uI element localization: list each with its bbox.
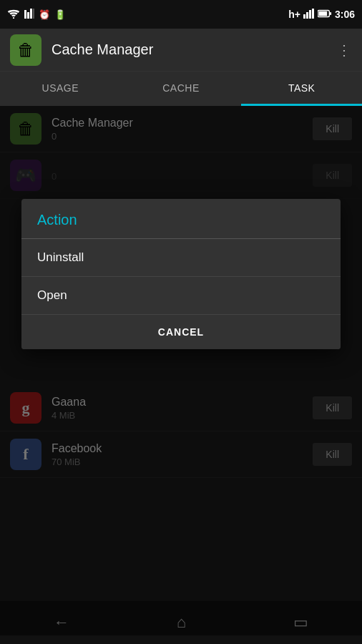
battery-low-icon: 🔋 xyxy=(54,9,66,20)
app-bar-icon: 🗑 xyxy=(10,34,41,66)
status-left-icons: ⏰ 🔋 xyxy=(7,9,66,21)
bars-icon xyxy=(24,9,34,21)
overflow-menu-icon[interactable]: ⋮ xyxy=(337,42,352,59)
tabs-bar: Usage Cache Task xyxy=(0,72,362,106)
app-bar: 🗑 Cache Manager ⋮ xyxy=(0,29,362,72)
signal-icon xyxy=(303,9,315,21)
action-dialog: Action Uninstall Open CANCEL xyxy=(21,199,341,349)
app-bar-title: Cache Manager xyxy=(52,42,337,58)
svg-rect-1 xyxy=(24,10,26,19)
svg-rect-7 xyxy=(309,10,311,19)
svg-point-0 xyxy=(13,16,14,18)
wifi-icon xyxy=(7,9,20,21)
tab-cache[interactable]: Cache xyxy=(121,72,242,106)
dialog-uninstall-item[interactable]: Uninstall xyxy=(21,239,341,277)
svg-rect-6 xyxy=(306,12,308,19)
svg-rect-8 xyxy=(312,9,314,19)
dialog-overlay xyxy=(0,106,362,635)
tab-usage[interactable]: Usage xyxy=(0,72,121,106)
dialog-title: Action xyxy=(21,199,341,239)
dialog-open-item[interactable]: Open xyxy=(21,277,341,315)
svg-rect-11 xyxy=(318,11,327,16)
content-area: 🗑 Cache Manager 0 Kill 🎮 0 Kill g Gaana … xyxy=(0,106,362,635)
network-type: h+ xyxy=(288,9,300,20)
svg-rect-10 xyxy=(330,12,331,15)
battery-icon xyxy=(318,9,332,20)
time-display: 3:06 xyxy=(335,9,355,20)
svg-rect-5 xyxy=(303,14,305,19)
status-bar: ⏰ 🔋 h+ 3:06 xyxy=(0,0,362,29)
svg-rect-2 xyxy=(27,12,29,19)
svg-rect-4 xyxy=(33,9,34,19)
dialog-cancel-button[interactable]: CANCEL xyxy=(21,315,341,349)
alarm-icon: ⏰ xyxy=(39,9,50,20)
tab-task[interactable]: Task xyxy=(241,72,362,106)
svg-rect-3 xyxy=(30,9,32,19)
status-right-info: h+ 3:06 xyxy=(288,9,355,21)
